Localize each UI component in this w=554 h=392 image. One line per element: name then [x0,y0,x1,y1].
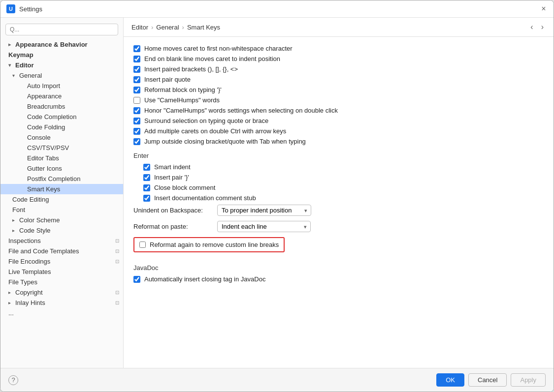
checkbox-add-multiple-carets[interactable] [133,128,140,135]
breadcrumb-general: General [156,24,179,31]
sidebar-item-console[interactable]: Console [0,132,123,143]
checkbox-close-block-comment[interactable] [143,184,150,191]
search-input[interactable] [5,24,118,35]
breadcrumb: Editor › General › Smart Keys [131,24,220,31]
dropdown-wrapper-unindent-backspace: To proper indent positionEach whitespace… [217,205,311,216]
sidebar-item-editor-tabs[interactable]: Editor Tabs [0,153,123,163]
sidebar-label-postfix-completion: Postfix Completion [27,175,80,182]
chevron-icon-code-style: ▸ [12,228,17,233]
sidebar-item-inspections[interactable]: Inspections⊡ [0,236,123,246]
sidebar-label-csv-tsv-psv: CSV/TSV/PSV [27,144,69,151]
checkbox-smart-indent[interactable] [143,164,150,171]
sidebar-label-file-encodings: File Encodings [8,258,50,265]
sidebar-label-file-code-templates: File and Code Templates [8,247,79,255]
sidebar-label-ellipsis: ... [8,309,14,317]
close-button[interactable]: × [540,5,548,13]
chevron-icon-inlay-hints: ▸ [8,300,13,305]
sidebar-item-csv-tsv-psv[interactable]: CSV/TSV/PSV [0,143,123,153]
checkbox-row-surround-selection: Surround selection on typing quote or br… [133,117,544,124]
dropdown-reformat-paste[interactable]: Indent each lineReformat blockNone [217,221,311,232]
app-icon: U [6,4,15,13]
sidebar-item-appearance[interactable]: Appearance [0,91,123,101]
sidebar-item-file-encodings[interactable]: File Encodings⊡ [0,256,123,267]
ok-button[interactable]: OK [436,373,464,387]
sidebar-item-gutter-icons[interactable]: Gutter Icons [0,163,123,174]
sidebar-label-appearance-behavior: Appearance & Behavior [15,41,88,48]
checkbox-use-camelhumps[interactable] [133,97,140,104]
sidebar-item-breadcrumbs[interactable]: Breadcrumbs [0,101,123,112]
sidebar-item-inlay-hints[interactable]: ▸Inlay Hints⊡ [0,298,123,308]
gear-icon-file-encodings: ⊡ [115,259,119,264]
label-close-block-comment: Close block comment [154,184,215,191]
field-label-reformat-paste: Reformat on paste: [133,223,212,230]
checkbox-end-blank-line[interactable] [133,56,140,62]
sidebar-item-code-folding[interactable]: Code Folding [0,122,123,132]
sidebar-label-color-scheme: Color Scheme [19,216,60,224]
checkbox-reformat-block[interactable] [133,87,140,93]
cancel-button[interactable]: Cancel [468,373,507,387]
label-home-moves-caret: Home moves caret to first non-whitespace… [144,45,293,52]
checkbox-auto-insert-closing-tag[interactable] [133,276,140,283]
sidebar-item-smart-keys[interactable]: Smart Keys [0,184,123,194]
sidebar-label-breadcrumbs: Breadcrumbs [27,103,65,110]
sidebar-item-copyright[interactable]: ▸Copyright⊡ [0,287,123,298]
javadoc-checkboxes: Automatically insert closing tag in Java… [133,275,544,283]
checkbox-surround-selection[interactable] [133,118,140,124]
sidebar-item-file-code-templates[interactable]: File and Code Templates⊡ [0,246,123,256]
sidebar-label-file-types: File Types [8,278,37,286]
help-button[interactable]: ? [8,375,18,385]
sidebar-item-appearance-behavior[interactable]: ▸Appearance & Behavior [0,39,123,50]
sidebar-label-keymap: Keymap [8,51,33,59]
sidebar-item-font[interactable]: Font [0,205,123,215]
sidebar-item-ellipsis[interactable]: ... [0,308,123,318]
checkbox-home-moves-caret[interactable] [133,45,140,52]
label-jump-outside: Jump outside closing bracket/quote with … [144,138,306,145]
sidebar-label-code-folding: Code Folding [27,123,65,131]
breadcrumb-editor: Editor [131,24,148,31]
sidebar-label-code-editing: Code Editing [12,196,49,203]
sidebar-item-color-scheme[interactable]: ▸Color Scheme [0,215,123,225]
sidebar-item-code-editing[interactable]: Code Editing [0,194,123,205]
label-insert-pair-brace: Insert pair '}' [154,174,189,181]
sidebar-item-auto-import[interactable]: Auto Import [0,81,123,91]
settings-dialog: U Settings × ▸Appearance & BehaviorKeyma… [0,0,554,392]
sidebar: ▸Appearance & BehaviorKeymap▾Editor▾Gene… [0,18,124,368]
title-bar: U Settings × [0,0,554,18]
checkbox-row-home-moves-caret: Home moves caret to first non-whitespace… [133,45,544,52]
sidebar-item-live-templates[interactable]: Live Templates [0,267,123,277]
chevron-icon-editor: ▾ [8,62,13,68]
label-end-blank-line: End on blank line moves caret to indent … [144,55,280,62]
label-insert-pair-quote: Insert pair quote [144,76,191,83]
checkbox-insert-paired-brackets[interactable] [133,66,140,73]
sidebar-label-live-templates: Live Templates [8,268,51,275]
sidebar-item-keymap[interactable]: Keymap [0,50,123,60]
gear-icon-file-code-templates: ⊡ [115,248,119,254]
checkbox-row-end-blank-line: End on blank line moves caret to indent … [133,55,544,62]
checkbox-row-jump-outside: Jump outside closing bracket/quote with … [133,138,544,145]
checkbox-jump-outside[interactable] [133,138,140,145]
reformat-again-checkbox[interactable] [139,241,146,248]
sidebar-label-inspections: Inspections [8,237,41,244]
sidebar-item-code-style[interactable]: ▸Code Style [0,225,123,236]
enter-checkbox-row-insert-doc-comment: Insert documentation comment stub [133,194,544,202]
dropdown-unindent-backspace[interactable]: To proper indent positionEach whitespace… [217,205,311,216]
sidebar-item-code-completion[interactable]: Code Completion [0,112,123,122]
sidebar-item-general[interactable]: ▾General [0,70,123,81]
sidebar-item-file-types[interactable]: File Types [0,277,123,287]
field-row-unindent-backspace: Unindent on Backspace:To proper indent p… [133,205,544,216]
nav-forward-button[interactable]: › [539,23,546,31]
apply-button[interactable]: Apply [511,373,546,387]
checkbox-row-honor-camelhumps: Honor "CamelHumps" words settings when s… [133,107,544,114]
checkbox-insert-doc-comment[interactable] [143,195,150,202]
label-auto-insert-closing-tag: Automatically insert closing tag in Java… [144,275,265,283]
gear-icon-inspections: ⊡ [115,238,119,243]
label-insert-paired-brackets: Insert paired brackets (), [], {}, <> [144,65,238,73]
checkbox-insert-pair-brace[interactable] [143,174,150,181]
checkbox-insert-pair-quote[interactable] [133,76,140,83]
checkbox-honor-camelhumps[interactable] [133,107,140,114]
nav-back-button[interactable]: ‹ [528,23,535,31]
checkbox-row-insert-paired-brackets: Insert paired brackets (), [], {}, <> [133,65,544,73]
sidebar-item-editor[interactable]: ▾Editor [0,60,123,70]
sidebar-label-code-completion: Code Completion [27,113,76,121]
sidebar-item-postfix-completion[interactable]: Postfix Completion [0,174,123,184]
